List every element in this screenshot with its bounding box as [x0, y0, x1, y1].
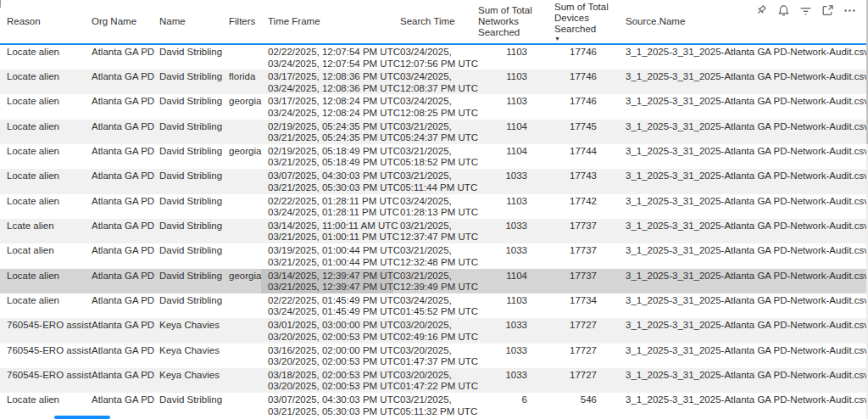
cell-filters[interactable] [222, 120, 261, 144]
cell-time-frame[interactable]: 03/19/2025, 01:00:44 PM UTC 03/21/2025, … [261, 243, 393, 268]
cell-networks-searched[interactable]: 1104 [471, 144, 548, 169]
cell-org-name[interactable]: Atlanta GA PD [85, 94, 153, 119]
cell-name[interactable]: Keya Chavies [153, 368, 222, 393]
cell-org-name[interactable]: Atlanta GA PD [85, 194, 153, 219]
cell-reason[interactable]: Locate alien [0, 269, 85, 293]
filter-icon[interactable] [799, 4, 812, 17]
cell-networks-searched[interactable]: 1104 [471, 120, 548, 144]
cell-org-name[interactable]: Atlanta GA PD [85, 219, 153, 243]
cell-networks-searched[interactable]: 1103 [471, 94, 548, 119]
cell-reason[interactable]: Locate alien [0, 94, 85, 119]
cell-source-name[interactable]: 3_1_2025-3_31_2025-Atlanta GA PD-Network… [619, 194, 868, 219]
column-header-search-time[interactable]: Search Time [393, 0, 471, 44]
cell-filters[interactable] [222, 393, 261, 417]
cell-time-frame[interactable]: 02/22/2025, 01:45:49 PM UTC 03/24/2025, … [261, 293, 393, 318]
cell-source-name[interactable]: 3_1_2025-3_31_2025-Atlanta GA PD-Network… [619, 344, 868, 368]
cell-source-name[interactable]: 3_1_2025-3_31_2025-Atlanta GA PD-Network… [619, 169, 868, 193]
column-header-name[interactable]: Name [153, 0, 222, 44]
cell-time-frame[interactable]: 03/17/2025, 12:08:24 PM UTC 03/24/2025, … [261, 94, 393, 119]
cell-reason[interactable]: Locate alien [0, 169, 85, 193]
table-row[interactable]: Lcate alien Atlanta GA PD David Striblin… [0, 219, 868, 243]
cell-devices-searched[interactable]: 17737 [548, 269, 619, 293]
cell-name[interactable]: David Stribling [153, 169, 222, 193]
cell-devices-searched[interactable]: 17734 [548, 293, 619, 318]
cell-time-frame[interactable]: 03/14/2025, 11:00:11 AM UTC 03/21/2025, … [261, 219, 393, 243]
cell-name[interactable]: Keya Chavies [153, 318, 222, 343]
cell-devices-searched[interactable]: 17727 [548, 344, 619, 368]
cell-filters[interactable]: georgia [222, 144, 261, 169]
cell-time-frame[interactable]: 02/19/2025, 05:24:35 PM UTC 03/21/2025, … [261, 120, 393, 144]
cell-name[interactable]: David Stribling [153, 243, 222, 268]
column-header-reason[interactable]: Reason [0, 0, 85, 44]
alert-icon[interactable] [777, 4, 790, 17]
table-row[interactable]: Locate alien Atlanta GA PD David Stribli… [0, 393, 868, 417]
cell-networks-searched[interactable]: 1104 [471, 269, 548, 293]
cell-reason[interactable]: Lcate alien [0, 219, 85, 243]
cell-filters[interactable] [222, 344, 261, 368]
cell-reason[interactable]: Locate alien [0, 44, 85, 70]
column-header-org-name[interactable]: Org Name [85, 0, 153, 44]
cell-org-name[interactable]: Atlanta GA PD [85, 269, 153, 293]
more-options-icon[interactable] [843, 4, 856, 17]
cell-search-time[interactable]: 03/20/2025, 01:47:37 PM UTC [393, 344, 471, 368]
cell-reason[interactable]: Locate alien [0, 120, 85, 144]
cell-source-name[interactable]: 3_1_2025-3_31_2025-Atlanta GA PD-Network… [619, 44, 868, 70]
cell-org-name[interactable]: Atlanta GA PD [85, 120, 153, 144]
column-header-time-frame[interactable]: Time Frame [261, 0, 393, 44]
column-header-filters[interactable]: Filters [222, 0, 261, 44]
cell-source-name[interactable]: 3_1_2025-3_31_2025-Atlanta GA PD-Network… [619, 269, 868, 293]
cell-org-name[interactable]: Atlanta GA PD [85, 44, 153, 70]
cell-search-time[interactable]: 03/21/2025, 12:39:49 PM UTC [393, 269, 471, 293]
cell-devices-searched[interactable]: 17744 [548, 144, 619, 169]
cell-source-name[interactable]: 3_1_2025-3_31_2025-Atlanta GA PD-Network… [619, 144, 868, 169]
cell-devices-searched[interactable]: 17746 [548, 44, 619, 70]
cell-org-name[interactable]: Atlanta GA PD [85, 293, 153, 318]
cell-filters[interactable] [222, 318, 261, 343]
cell-time-frame[interactable]: 03/01/2025, 03:00:00 PM UTC 03/20/2025, … [261, 318, 393, 343]
cell-org-name[interactable]: Atlanta GA PD [85, 169, 153, 193]
table-row[interactable]: 760545-ERO assist Atlanta GA PD Keya Cha… [0, 318, 868, 343]
cell-devices-searched[interactable]: 17746 [548, 94, 619, 119]
cell-time-frame[interactable]: 03/16/2025, 02:00:00 PM UTC 03/20/2025, … [261, 344, 393, 368]
table-row[interactable]: Locate alien Atlanta GA PD David Stribli… [0, 120, 868, 144]
cell-networks-searched[interactable]: 1103 [471, 194, 548, 219]
cell-search-time[interactable]: 03/21/2025, 05:24:37 PM UTC [393, 120, 471, 144]
cell-time-frame[interactable]: 03/07/2025, 04:30:03 PM UTC 03/21/2025, … [261, 169, 393, 193]
cell-source-name[interactable]: 3_1_2025-3_31_2025-Atlanta GA PD-Network… [619, 368, 868, 393]
cell-search-time[interactable]: 03/20/2025, 01:47:22 PM UTC [393, 368, 471, 393]
cell-devices-searched[interactable]: 17727 [548, 368, 619, 393]
cell-networks-searched[interactable]: 1033 [471, 344, 548, 368]
cell-name[interactable]: David Stribling [153, 269, 222, 293]
cell-networks-searched[interactable]: 1103 [471, 44, 548, 70]
table-row[interactable]: Locate alien Atlanta GA PD David Stribli… [0, 94, 868, 119]
cell-filters[interactable] [222, 44, 261, 70]
cell-name[interactable]: David Stribling [153, 44, 222, 70]
cell-reason[interactable]: Locate alien [0, 194, 85, 219]
cell-name[interactable]: David Stribling [153, 120, 222, 144]
cell-filters[interactable] [222, 293, 261, 318]
table-row[interactable]: Locate alien Atlanta GA PD David Stribli… [0, 194, 868, 219]
cell-name[interactable]: David Stribling [153, 393, 222, 417]
cell-networks-searched[interactable]: 1103 [471, 293, 548, 318]
cell-networks-searched[interactable]: 1033 [471, 219, 548, 243]
cell-devices-searched[interactable]: 17745 [548, 120, 619, 144]
cell-filters[interactable] [222, 194, 261, 219]
cell-networks-searched[interactable]: 1033 [471, 169, 548, 193]
cell-networks-searched[interactable]: 1033 [471, 318, 548, 343]
cell-networks-searched[interactable]: 1033 [471, 368, 548, 393]
cell-networks-searched[interactable]: 6 [471, 393, 548, 417]
cell-search-time[interactable]: 03/24/2025, 12:08:37 PM UTC [393, 70, 471, 94]
cell-reason[interactable]: 760545-ERO assist [0, 344, 85, 368]
cell-name[interactable]: David Stribling [153, 70, 222, 94]
cell-filters[interactable] [222, 368, 261, 393]
cell-reason[interactable]: Locate alien [0, 144, 85, 169]
cell-reason[interactable]: Locate alien [0, 293, 85, 318]
cell-time-frame[interactable]: 02/19/2025, 05:18:49 PM UTC 03/21/2025, … [261, 144, 393, 169]
cell-reason[interactable]: 760545-ERO assist [0, 368, 85, 393]
horizontal-scrollbar-thumb[interactable] [54, 416, 110, 419]
cell-search-time[interactable]: 03/24/2025, 12:07:56 PM UTC [393, 44, 471, 70]
cell-devices-searched[interactable]: 17727 [548, 318, 619, 343]
cell-source-name[interactable]: 3_1_2025-3_31_2025-Atlanta GA PD-Network… [619, 70, 868, 94]
table-row[interactable]: Locate alien Atlanta GA PD David Stribli… [0, 293, 868, 318]
cell-org-name[interactable]: Atlanta GA PD [85, 318, 153, 343]
